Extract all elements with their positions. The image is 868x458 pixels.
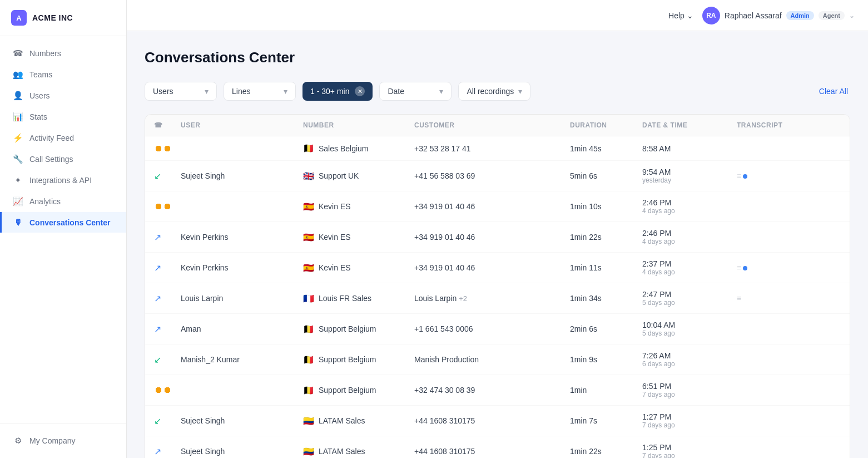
chevron-down-icon: ▾ bbox=[439, 87, 443, 96]
phone-icon: ☎ bbox=[154, 121, 163, 129]
table-row[interactable]: ⏺⏺ 🇧🇪 Sales Belgium +32 53 28 17 41 1min… bbox=[145, 136, 850, 161]
call-type-icon: ↗ bbox=[154, 293, 181, 304]
sidebar: A ACME INC ☎Numbers👥Teams👤Users📊Stats⚡Ac… bbox=[0, 0, 127, 458]
sidebar-item-analytics[interactable]: 📈Analytics bbox=[0, 191, 126, 212]
flag-icon: 🇪🇸 bbox=[303, 201, 314, 212]
number-cell: 🇫🇷 Louis FR Sales bbox=[303, 293, 414, 304]
customer-name: Manish Production bbox=[414, 355, 479, 364]
sidebar-item-conversations[interactable]: 🎙Conversations Center bbox=[0, 212, 126, 233]
call-type-icon: ↗ bbox=[154, 263, 181, 273]
table-row[interactable]: ↗ Kevin Perkins 🇪🇸 Kevin ES +34 919 01 4… bbox=[145, 222, 850, 253]
table-row[interactable]: ↗ Kevin Perkins 🇪🇸 Kevin ES +34 919 01 4… bbox=[145, 253, 850, 283]
sidebar-item-activity-feed[interactable]: ⚡Activity Feed bbox=[0, 127, 126, 149]
number-name: Kevin ES bbox=[319, 202, 351, 211]
sidebar-item-my-company[interactable]: ⚙My Company bbox=[0, 430, 126, 451]
sidebar-item-label: Numbers bbox=[29, 49, 61, 58]
integrations-icon: ✦ bbox=[13, 175, 23, 185]
customer-cell: +34 919 01 40 46 bbox=[414, 202, 570, 211]
table-header: ☎UserNumberCustomerDurationDate & TimeTr… bbox=[145, 115, 850, 136]
datetime-cell: 7:26 AM 6 days ago bbox=[642, 351, 737, 368]
sidebar-item-teams[interactable]: 👥Teams bbox=[0, 64, 126, 85]
chevron-down-icon: ▾ bbox=[518, 87, 522, 96]
col-header-4: Duration bbox=[570, 121, 642, 129]
date-time: 6:51 PM bbox=[642, 382, 737, 391]
date-sub: 5 days ago bbox=[642, 329, 737, 337]
lines-filter[interactable]: Lines ▾ bbox=[224, 82, 296, 101]
number-name: Louis FR Sales bbox=[319, 294, 371, 303]
sidebar-item-label: Analytics bbox=[29, 197, 61, 206]
chevron-down-icon: ⌄ bbox=[687, 11, 693, 20]
help-button[interactable]: Help ⌄ bbox=[668, 11, 693, 20]
date-sub: yesterday bbox=[642, 176, 737, 184]
date-sub: 5 days ago bbox=[642, 299, 737, 307]
col-header-0: ☎ bbox=[154, 121, 181, 129]
duration-cell: 1min bbox=[570, 386, 642, 395]
main-content: Help ⌄ RA Raphael Assaraf Admin Agent ⌄ … bbox=[127, 0, 868, 458]
sidebar-item-users[interactable]: 👤Users bbox=[0, 85, 126, 106]
call-type-icon: ↙ bbox=[154, 416, 181, 426]
conversations-table: ☎UserNumberCustomerDurationDate & TimeTr… bbox=[145, 114, 850, 458]
main-nav: ☎Numbers👥Teams👤Users📊Stats⚡Activity Feed… bbox=[0, 36, 126, 423]
duration-filter-label: 1 - 30+ min bbox=[310, 87, 349, 96]
transcript-icon: ≡ bbox=[737, 263, 741, 272]
number-name: Kevin ES bbox=[319, 263, 351, 272]
call-settings-icon: 🔧 bbox=[13, 154, 23, 164]
clear-all-button[interactable]: Clear All bbox=[817, 82, 850, 100]
sidebar-item-call-settings[interactable]: 🔧Call Settings bbox=[0, 149, 126, 170]
page-content: Conversations Center Users ▾ Lines ▾ 1 -… bbox=[127, 31, 868, 458]
call-type-icon: ⏺⏺ bbox=[154, 201, 181, 211]
transcript-dot bbox=[743, 174, 747, 179]
number-cell: 🇨🇴 LATAM Sales bbox=[303, 416, 414, 426]
lines-filter-label: Lines bbox=[232, 87, 250, 96]
date-time: 1:27 PM bbox=[642, 412, 737, 421]
col-header-2: Number bbox=[303, 121, 414, 129]
activity-feed-icon: ⚡ bbox=[13, 133, 23, 143]
customer-name: +34 919 01 40 46 bbox=[414, 202, 475, 211]
sidebar-bottom: ⚙My Company bbox=[0, 423, 126, 458]
table-row[interactable]: ↗ Sujeet Singh 🇨🇴 LATAM Sales +44 1608 3… bbox=[145, 436, 850, 458]
table-row[interactable]: ↙ Sujeet Singh 🇨🇴 LATAM Sales +44 1608 3… bbox=[145, 406, 850, 436]
transcript-cell: ≡ bbox=[737, 171, 781, 181]
date-filter[interactable]: Date ▾ bbox=[379, 82, 452, 101]
duration-filter-clear[interactable]: ✕ bbox=[355, 86, 365, 96]
customer-name: +1 661 543 0006 bbox=[414, 324, 473, 333]
app-logo: A ACME INC bbox=[0, 0, 126, 36]
number-cell: 🇧🇪 Support Belgium bbox=[303, 354, 414, 365]
user-name: Raphael Assaraf bbox=[725, 11, 782, 20]
datetime-cell: 2:46 PM 4 days ago bbox=[642, 198, 737, 215]
user-cell: Kevin Perkins bbox=[181, 233, 303, 242]
duration-filter-active[interactable]: 1 - 30+ min ✕ bbox=[302, 82, 373, 101]
date-time: 8:58 AM bbox=[642, 144, 737, 153]
user-cell: Manish_2 Kumar bbox=[181, 355, 303, 364]
customer-cell: +32 474 30 08 39 bbox=[414, 386, 570, 395]
duration-cell: 1min 45s bbox=[570, 144, 642, 153]
table-row[interactable]: ↗ Louis Larpin 🇫🇷 Louis FR Sales Louis L… bbox=[145, 283, 850, 314]
datetime-cell: 10:04 AM 5 days ago bbox=[642, 321, 737, 337]
customer-name: +32 474 30 08 39 bbox=[414, 386, 475, 395]
duration-cell: 1min 34s bbox=[570, 294, 642, 303]
table-row[interactable]: ⏺⏺ 🇪🇸 Kevin ES +34 919 01 40 46 1min 10s… bbox=[145, 191, 850, 222]
sidebar-item-stats[interactable]: 📊Stats bbox=[0, 106, 126, 127]
users-filter[interactable]: Users ▾ bbox=[145, 82, 217, 101]
number-cell: 🇪🇸 Kevin ES bbox=[303, 232, 414, 243]
sidebar-item-label: Conversations Center bbox=[29, 218, 110, 227]
sidebar-item-integrations[interactable]: ✦Integrations & API bbox=[0, 170, 126, 191]
app-name: ACME INC bbox=[32, 13, 73, 22]
recordings-filter[interactable]: All recordings ▾ bbox=[458, 82, 530, 101]
datetime-cell: 8:58 AM bbox=[642, 144, 737, 153]
table-row[interactable]: ↙ Sujeet Singh 🇬🇧 Support UK +41 56 588 … bbox=[145, 161, 850, 191]
table-row[interactable]: ↙ Manish_2 Kumar 🇧🇪 Support Belgium Mani… bbox=[145, 344, 850, 375]
customer-cell: +1 661 543 0006 bbox=[414, 324, 570, 333]
customer-extra: +2 bbox=[459, 294, 467, 303]
transcript-dot bbox=[743, 266, 747, 270]
user-cell: Kevin Perkins bbox=[181, 263, 303, 272]
duration-cell: 1min 10s bbox=[570, 202, 642, 211]
table-row[interactable]: ⏺⏺ 🇧🇪 Support Belgium +32 474 30 08 39 1… bbox=[145, 375, 850, 406]
date-time: 9:54 AM bbox=[642, 168, 737, 176]
date-sub: 7 days ago bbox=[642, 421, 737, 429]
transcript-icon: ≡ bbox=[737, 171, 741, 180]
sidebar-item-numbers[interactable]: ☎Numbers bbox=[0, 43, 126, 64]
table-row[interactable]: ↗ Aman 🇧🇪 Support Belgium +1 661 543 000… bbox=[145, 314, 850, 344]
user-menu[interactable]: RA Raphael Assaraf Admin Agent ⌄ bbox=[702, 7, 855, 24]
col-header-5: Date & Time bbox=[642, 121, 737, 129]
